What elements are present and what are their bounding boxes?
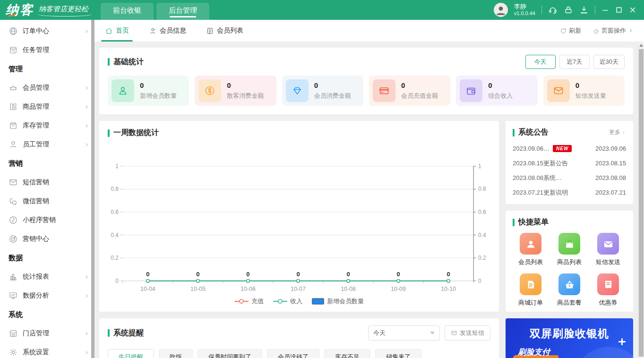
minimize-icon[interactable] — [601, 6, 609, 14]
sidebar-item[interactable]: 系统设置 — [0, 343, 94, 358]
quick-menu-item[interactable]: 短信发送 — [596, 233, 620, 266]
svg-text:10-07: 10-07 — [291, 286, 306, 292]
chevron-right-icon — [621, 130, 626, 135]
announcement-row[interactable]: 2023.07.21更新说明2023.07.21 — [513, 185, 626, 200]
svg-text:0.4: 0.4 — [111, 232, 119, 239]
gem-icon — [286, 79, 309, 102]
qm-member-icon — [520, 233, 541, 255]
maximize-icon[interactable] — [615, 6, 623, 14]
avatar[interactable] — [494, 3, 508, 17]
sidebar-section-label: 数据 — [0, 248, 94, 267]
range-filter-button[interactable]: 近30天 — [593, 55, 625, 69]
quick-menu-item[interactable]: 商城订单 — [518, 273, 543, 307]
qm-bag-icon — [558, 233, 580, 255]
sidebar-item[interactable]: 营销中心 — [0, 230, 94, 248]
reminder-tag[interactable]: 会员没钱了 — [267, 349, 319, 358]
legend-item[interactable]: 收入 — [273, 297, 302, 306]
reminder-tag[interactable]: 生日提醒 — [108, 349, 154, 358]
quick-menu-item[interactable]: 商品套餐 — [557, 273, 582, 307]
scrollbar-up-arrow[interactable] — [639, 44, 643, 47]
divider — [541, 6, 542, 14]
new-badge: NEW — [553, 145, 572, 152]
sidebar-item[interactable]: 员工管理 — [0, 135, 94, 154]
basic-stats-title: 基础统计 — [113, 57, 144, 67]
sidebar-item[interactable]: 商品管理 — [0, 97, 94, 116]
close-icon[interactable] — [629, 6, 636, 14]
page-tabbar: 首页 会员信息 会员列表 刷新 页面操作 — [94, 20, 644, 42]
quick-menu-item[interactable]: 商品列表 — [557, 233, 582, 266]
svg-text:0: 0 — [146, 271, 149, 278]
sidebar-item[interactable]: 订单中心 — [0, 22, 94, 41]
sidebar-section-label: 系统 — [0, 305, 94, 324]
window-scrollbar[interactable] — [638, 42, 644, 358]
mode-switcher: 前台收银 后台管理 — [101, 0, 209, 20]
send-sms-button[interactable]: 发送短信 — [445, 325, 490, 341]
announcement-row[interactable]: 2023.08.15更新公告2023.08.15 — [513, 156, 626, 170]
quick-menu-item[interactable]: 优惠券 — [597, 273, 619, 307]
sidebar-item[interactable]: 会员管理 — [0, 78, 94, 97]
reminder-tag[interactable]: 库存不足 — [324, 349, 370, 358]
range-filter-button[interactable]: 近7天 — [559, 55, 590, 69]
announcement-row[interactable]: 2023.08.08系统…2023.08.08 — [513, 170, 626, 185]
svg-text:0: 0 — [346, 271, 350, 278]
mode-tab-frontdesk[interactable]: 前台收银 — [101, 3, 154, 20]
qm-order-icon — [520, 273, 541, 295]
promo-banner[interactable]: 双屏刷脸收银机 刷脸支付 — [506, 318, 633, 358]
legend-item[interactable]: 新增会员数量 — [312, 297, 364, 306]
announcement-title: 2023.08.15更新公告 — [513, 159, 568, 168]
sidebar-item[interactable]: 短信营销 — [0, 173, 94, 192]
sidebar-item[interactable]: 库存管理 — [0, 116, 94, 135]
svg-text:10-06: 10-06 — [240, 286, 256, 292]
lock-icon[interactable] — [564, 5, 573, 15]
mail-icon — [9, 178, 18, 187]
sidebar-item[interactable]: 门店管理 — [0, 324, 94, 343]
svg-text:0.6: 0.6 — [111, 209, 119, 215]
download-icon[interactable] — [579, 5, 589, 15]
svg-text:1: 1 — [478, 163, 481, 170]
reminder-tag[interactable]: 保养时间要到了 — [197, 349, 262, 358]
sidebar-item[interactable]: 数据分析 — [0, 286, 94, 305]
weekly-chart-title: 一周数据统计 — [113, 128, 159, 138]
stats-range-filters: 今天近7天近30天 — [525, 55, 625, 69]
stat-value: 0 — [401, 81, 438, 89]
user-name: 李静 — [514, 3, 535, 10]
reminders-range-select[interactable]: 今天 — [368, 325, 440, 341]
page-operation-button[interactable]: 页面操作 — [592, 26, 634, 35]
legend-item[interactable]: 充值 — [234, 297, 264, 306]
quick-menu-label: 商品列表 — [557, 258, 582, 266]
reminder-tag[interactable]: 销售来了 — [375, 349, 421, 358]
quick-menu-item[interactable]: 会员列表 — [518, 233, 543, 266]
sidebar-item[interactable]: 任务管理 — [0, 41, 94, 60]
mode-tab-backoffice[interactable]: 后台管理 — [156, 3, 209, 20]
reminder-tag[interactable]: 吃饭 — [159, 349, 193, 358]
home-icon — [105, 27, 113, 35]
legend-label: 新增会员数量 — [327, 297, 364, 306]
refresh-icon — [560, 27, 567, 34]
announcements-more-link[interactable]: 更多 — [609, 128, 626, 136]
tab-home[interactable]: 首页 — [105, 20, 129, 42]
stat-label: 短信发送量 — [575, 92, 606, 100]
sidebar-item-label: 会员管理 — [23, 84, 49, 92]
scrollbar-thumb[interactable] — [639, 49, 644, 357]
quick-menu-header: 快捷菜单 — [506, 211, 633, 232]
gauge-icon — [592, 27, 600, 34]
chevron-right-icon — [84, 142, 90, 148]
sidebar-scrollbar[interactable] — [91, 20, 94, 358]
svg-text:0: 0 — [447, 271, 450, 278]
sidebar-scrollbar-thumb[interactable] — [91, 20, 94, 358]
stat-label: 散客消费金额 — [227, 92, 264, 100]
range-filter-button[interactable]: 今天 — [525, 55, 556, 69]
refresh-button[interactable]: 刷新 — [560, 26, 581, 35]
sidebar-item[interactable]: 统计报表 — [0, 267, 94, 286]
announcement-row[interactable]: 2023.09.06…NEW2023.09.06 — [513, 141, 626, 156]
tab-member-list[interactable]: 会员列表 — [206, 20, 243, 42]
sidebar-item[interactable]: 小程序营销 — [0, 211, 94, 230]
weekly-chart-header: 一周数据统计 — [99, 121, 499, 143]
reminders-header: 系统提醒 今天 发送短信 — [99, 318, 499, 345]
announcements-header: 系统公告 更多 — [506, 121, 633, 141]
refresh-label: 刷新 — [569, 26, 581, 35]
sidebar-item[interactable]: 微信营销 — [0, 192, 94, 211]
support-icon[interactable] — [548, 5, 558, 15]
tab-member-info[interactable]: 会员信息 — [149, 20, 186, 42]
svg-text:0.8: 0.8 — [111, 186, 119, 192]
